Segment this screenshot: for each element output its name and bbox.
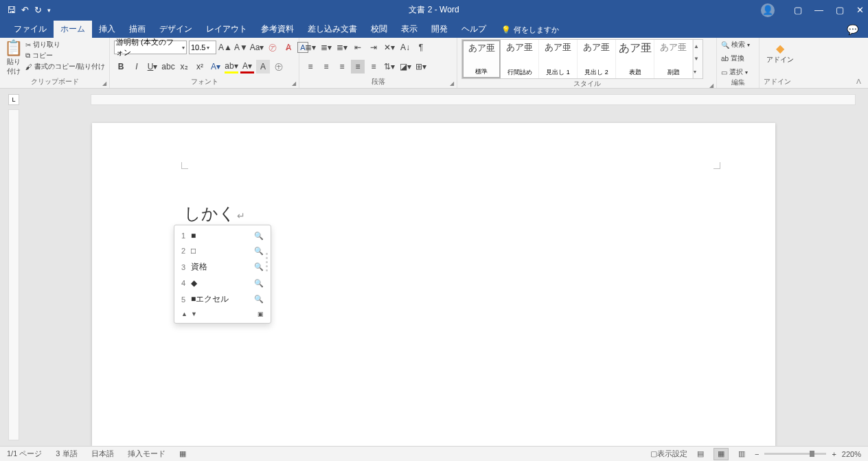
- ime-expand-icon[interactable]: ▣: [258, 311, 264, 317]
- macro-icon[interactable]: ▦: [172, 449, 193, 458]
- collapse-ribbon-icon[interactable]: ᐱ: [856, 78, 861, 85]
- phonetic-guide-button[interactable]: ㋐: [266, 41, 279, 54]
- ime-candidate[interactable]: 3資格🔍: [174, 258, 271, 276]
- text-effects-button[interactable]: A▾: [209, 60, 222, 74]
- account-avatar[interactable]: 👤: [761, 3, 775, 17]
- align-right-button[interactable]: ≡: [335, 60, 349, 74]
- minimize-icon[interactable]: —: [814, 5, 823, 15]
- styles-launcher[interactable]: ◢: [709, 82, 713, 89]
- style-heading1[interactable]: あア亜見出し 1: [539, 40, 578, 78]
- multilevel-button[interactable]: ≣▾: [335, 41, 349, 54]
- show-marks-button[interactable]: ¶: [414, 41, 428, 54]
- document-page[interactable]: しかく↵ 1■🔍 2□🔍 3資格🔍 4◆🔍 5■エクセル🔍 ▲ ▼ ▣: [92, 123, 775, 446]
- cut-button[interactable]: ✂切り取り: [25, 39, 105, 50]
- share-icon[interactable]: 💬: [847, 24, 858, 35]
- undo-icon[interactable]: ↶: [21, 5, 29, 15]
- shading-button[interactable]: ◪▾: [398, 60, 412, 74]
- char-border-button[interactable]: ㊉: [272, 60, 286, 74]
- ime-candidate[interactable]: 4◆🔍: [174, 276, 271, 291]
- zoom-out-button[interactable]: −: [755, 450, 759, 458]
- strike-button[interactable]: abc: [161, 60, 175, 74]
- tab-design[interactable]: デザイン: [152, 21, 199, 38]
- clipboard-launcher[interactable]: ◢: [102, 80, 106, 87]
- close-icon[interactable]: ✕: [856, 5, 864, 15]
- line-spacing-button[interactable]: ⇅▾: [382, 60, 396, 74]
- justify-button[interactable]: ≡: [351, 60, 365, 74]
- zoom-in-button[interactable]: +: [832, 450, 836, 458]
- print-layout-button[interactable]: ▦: [713, 448, 729, 460]
- underline-button[interactable]: U▾: [146, 60, 159, 74]
- distribute-button[interactable]: ≡: [367, 60, 380, 74]
- tab-review[interactable]: 校閲: [364, 21, 394, 38]
- qat-customize-icon[interactable]: ▾: [47, 7, 51, 14]
- chevron-up-icon[interactable]: ▲: [181, 311, 187, 317]
- document-text[interactable]: しかく↵: [184, 203, 245, 227]
- bold-button[interactable]: B: [114, 60, 128, 74]
- tab-selector[interactable]: L: [8, 94, 19, 105]
- horizontal-ruler[interactable]: [91, 94, 856, 105]
- bullets-button[interactable]: ≣▾: [304, 41, 317, 54]
- language[interactable]: 日本語: [84, 449, 121, 459]
- tab-developer[interactable]: 開発: [424, 21, 455, 38]
- tab-references[interactable]: 参考資料: [254, 21, 301, 38]
- display-settings[interactable]: ▢表示設定: [650, 449, 687, 459]
- tab-help[interactable]: ヘルプ: [455, 21, 493, 38]
- style-subtitle[interactable]: あア亜副題: [654, 40, 693, 78]
- copy-button[interactable]: ⧉コピー: [25, 50, 105, 61]
- grow-font-button[interactable]: A▲: [218, 41, 232, 54]
- italic-button[interactable]: I: [130, 60, 144, 74]
- subscript-button[interactable]: x₂: [177, 60, 191, 74]
- highlight-button[interactable]: ab▾: [225, 60, 238, 74]
- vertical-ruler[interactable]: [8, 109, 19, 440]
- shrink-font-button[interactable]: A▼: [234, 41, 248, 54]
- paste-button[interactable]: 📋 貼り付け: [4, 39, 23, 76]
- numbering-button[interactable]: ≣▾: [319, 41, 333, 54]
- char-shading-button[interactable]: A: [256, 60, 270, 74]
- search-icon[interactable]: 🔍: [254, 262, 264, 271]
- tab-insert[interactable]: 挿入: [92, 21, 122, 38]
- clear-format-button[interactable]: A̷: [282, 41, 295, 54]
- format-painter-button[interactable]: 🖌書式のコピー/貼り付け: [25, 61, 105, 72]
- tab-home[interactable]: ホーム: [54, 21, 92, 38]
- search-icon[interactable]: 🔍: [254, 279, 264, 288]
- zoom-slider[interactable]: [764, 453, 826, 455]
- styles-scroll[interactable]: ▲▼▾: [693, 40, 703, 78]
- style-title[interactable]: あア亜表題: [616, 40, 654, 78]
- asian-layout-button[interactable]: ✕▾: [382, 41, 396, 54]
- replace-button[interactable]: ab置換: [721, 53, 744, 64]
- ribbon-display-icon[interactable]: ▢: [794, 5, 802, 15]
- tab-view[interactable]: 表示: [394, 21, 424, 38]
- tab-mailings[interactable]: 差し込み文書: [301, 21, 364, 38]
- tell-me[interactable]: 💡 何をしますか: [501, 25, 559, 38]
- zoom-level[interactable]: 220%: [842, 450, 861, 458]
- tab-layout[interactable]: レイアウト: [199, 21, 254, 38]
- search-icon[interactable]: 🔍: [254, 295, 264, 304]
- search-icon[interactable]: 🔍: [254, 247, 264, 256]
- chevron-down-icon[interactable]: ▼: [191, 311, 197, 317]
- decrease-indent-button[interactable]: ⇤: [351, 41, 365, 54]
- tab-file[interactable]: ファイル: [7, 21, 54, 38]
- font-color-button[interactable]: A▾: [240, 60, 254, 74]
- align-left-button[interactable]: ≡: [304, 60, 317, 74]
- select-button[interactable]: ▭選択▾: [721, 67, 748, 78]
- font-size-combo[interactable]: 10.5▾: [189, 41, 216, 54]
- font-name-combo[interactable]: 游明朝 (本文のフォン▾: [114, 41, 187, 54]
- change-case-button[interactable]: Aa▾: [250, 41, 264, 54]
- font-launcher[interactable]: ◢: [292, 80, 296, 87]
- redo-icon[interactable]: ↻: [34, 5, 42, 15]
- superscript-button[interactable]: x²: [193, 60, 207, 74]
- word-count[interactable]: 3 単語: [49, 449, 84, 459]
- save-icon[interactable]: 🖫: [7, 5, 16, 15]
- sort-button[interactable]: A↓: [398, 41, 412, 54]
- align-center-button[interactable]: ≡: [319, 60, 333, 74]
- find-button[interactable]: 🔍検索▾: [721, 39, 750, 50]
- style-no-spacing[interactable]: あア亜行間詰め: [501, 40, 539, 78]
- increase-indent-button[interactable]: ⇥: [367, 41, 380, 54]
- addins-button[interactable]: ◆ アドイン: [764, 39, 797, 65]
- paragraph-launcher[interactable]: ◢: [450, 80, 454, 87]
- insert-mode[interactable]: 挿入モード: [121, 449, 172, 459]
- web-layout-button[interactable]: ▥: [734, 448, 749, 460]
- read-mode-button[interactable]: ▤: [693, 448, 708, 460]
- ime-candidate[interactable]: 2□🔍: [174, 243, 271, 258]
- style-normal[interactable]: あア亜標準: [462, 40, 501, 78]
